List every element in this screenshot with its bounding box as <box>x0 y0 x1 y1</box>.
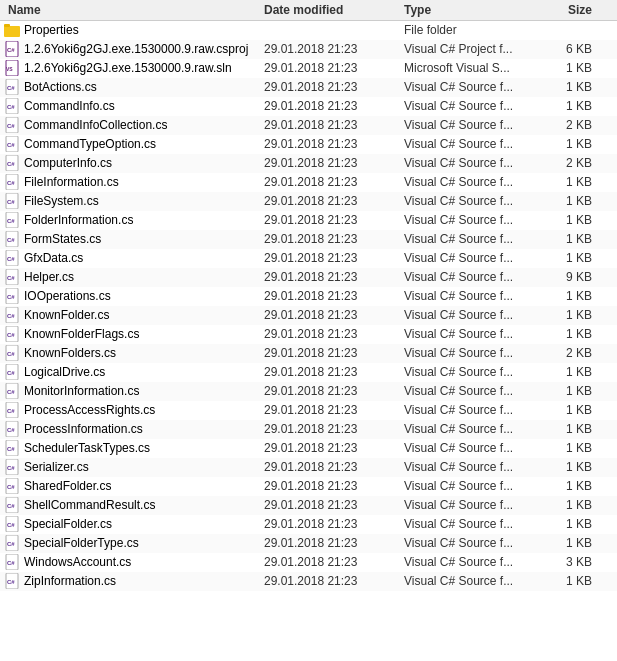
file-name-cell: C# GfxData.cs <box>0 250 260 266</box>
file-name-text: GfxData.cs <box>24 251 83 265</box>
table-row[interactable]: C# CommandInfoCollection.cs 29.01.2018 2… <box>0 116 617 135</box>
file-size-cell: 1 KB <box>540 536 600 550</box>
table-row[interactable]: Properties File folder <box>0 21 617 40</box>
file-name-text: SharedFolder.cs <box>24 479 111 493</box>
file-date-cell: 29.01.2018 21:23 <box>260 308 400 322</box>
table-row[interactable]: C# ShellCommandResult.cs 29.01.2018 21:2… <box>0 496 617 515</box>
file-name-text: ProcessInformation.cs <box>24 422 143 436</box>
file-date-cell: 29.01.2018 21:23 <box>260 118 400 132</box>
table-row[interactable]: C# CommandTypeOption.cs 29.01.2018 21:23… <box>0 135 617 154</box>
table-row[interactable]: C# KnownFolderFlags.cs 29.01.2018 21:23 … <box>0 325 617 344</box>
table-row[interactable]: C# WindowsAccount.cs 29.01.2018 21:23 Vi… <box>0 553 617 572</box>
svg-text:C#: C# <box>7 275 15 281</box>
table-row[interactable]: C# FileInformation.cs 29.01.2018 21:23 V… <box>0 173 617 192</box>
file-date-cell: 29.01.2018 21:23 <box>260 137 400 151</box>
table-row[interactable]: C# Helper.cs 29.01.2018 21:23 Visual C# … <box>0 268 617 287</box>
table-row[interactable]: C# SpecialFolderType.cs 29.01.2018 21:23… <box>0 534 617 553</box>
file-type-cell: Visual C# Source f... <box>400 156 540 170</box>
header-type[interactable]: Type <box>400 3 540 17</box>
file-date-cell: 29.01.2018 21:23 <box>260 42 400 56</box>
table-row[interactable]: C# SpecialFolder.cs 29.01.2018 21:23 Vis… <box>0 515 617 534</box>
file-type-cell: Visual C# Source f... <box>400 346 540 360</box>
cs-file-icon: C# <box>4 98 20 114</box>
table-row[interactable]: C# CommandInfo.cs 29.01.2018 21:23 Visua… <box>0 97 617 116</box>
file-date-cell: 29.01.2018 21:23 <box>260 555 400 569</box>
file-type-cell: Visual C# Source f... <box>400 308 540 322</box>
file-type-cell: Visual C# Source f... <box>400 403 540 417</box>
file-name-cell: C# CommandInfoCollection.cs <box>0 117 260 133</box>
header-size[interactable]: Size <box>540 3 600 17</box>
file-type-cell: Visual C# Source f... <box>400 251 540 265</box>
file-name-cell: C# ProcessInformation.cs <box>0 421 260 437</box>
svg-text:C#: C# <box>7 503 15 509</box>
file-name-cell: C# ComputerInfo.cs <box>0 155 260 171</box>
file-name-cell: C# ProcessAccessRights.cs <box>0 402 260 418</box>
file-name-cell: C# ZipInformation.cs <box>0 573 260 589</box>
file-size-cell: 1 KB <box>540 99 600 113</box>
file-name-text: BotActions.cs <box>24 80 97 94</box>
table-row[interactable]: C# BotActions.cs 29.01.2018 21:23 Visual… <box>0 78 617 97</box>
table-row[interactable]: C# IOOperations.cs 29.01.2018 21:23 Visu… <box>0 287 617 306</box>
file-size-cell: 9 KB <box>540 270 600 284</box>
table-row[interactable]: C# GfxData.cs 29.01.2018 21:23 Visual C#… <box>0 249 617 268</box>
cs-file-icon: C# <box>4 288 20 304</box>
table-row[interactable]: VS 1.2.6Yoki6g2GJ.exe.1530000.9.raw.sln … <box>0 59 617 78</box>
file-size-cell: 1 KB <box>540 574 600 588</box>
header-date[interactable]: Date modified <box>260 3 400 17</box>
table-row[interactable]: C# MonitorInformation.cs 29.01.2018 21:2… <box>0 382 617 401</box>
table-row[interactable]: C# FormStates.cs 29.01.2018 21:23 Visual… <box>0 230 617 249</box>
file-size-cell: 1 KB <box>540 232 600 246</box>
cs-file-icon: C# <box>4 478 20 494</box>
file-name-text: MonitorInformation.cs <box>24 384 139 398</box>
file-date-cell: 29.01.2018 21:23 <box>260 498 400 512</box>
svg-text:C#: C# <box>7 142 15 148</box>
table-row[interactable]: C# Serializer.cs 29.01.2018 21:23 Visual… <box>0 458 617 477</box>
file-size-cell: 1 KB <box>540 498 600 512</box>
table-row[interactable]: C# LogicalDrive.cs 29.01.2018 21:23 Visu… <box>0 363 617 382</box>
file-size-cell: 1 KB <box>540 61 600 75</box>
table-row[interactable]: C# KnownFolder.cs 29.01.2018 21:23 Visua… <box>0 306 617 325</box>
file-type-cell: Visual C# Source f... <box>400 175 540 189</box>
file-type-cell: Visual C# Source f... <box>400 213 540 227</box>
svg-text:C#: C# <box>7 294 15 300</box>
file-name-text: ComputerInfo.cs <box>24 156 112 170</box>
table-row[interactable]: C# 1.2.6Yoki6g2GJ.exe.1530000.9.raw.cspr… <box>0 40 617 59</box>
file-size-cell: 1 KB <box>540 80 600 94</box>
cs-file-icon: C# <box>4 136 20 152</box>
table-row[interactable]: C# ProcessInformation.cs 29.01.2018 21:2… <box>0 420 617 439</box>
file-type-cell: Visual C# Source f... <box>400 194 540 208</box>
cs-file-icon: C# <box>4 307 20 323</box>
column-headers: Name Date modified Type Size <box>0 0 617 21</box>
table-row[interactable]: C# ProcessAccessRights.cs 29.01.2018 21:… <box>0 401 617 420</box>
table-row[interactable]: C# ZipInformation.cs 29.01.2018 21:23 Vi… <box>0 572 617 591</box>
table-row[interactable]: C# SharedFolder.cs 29.01.2018 21:23 Visu… <box>0 477 617 496</box>
file-type-cell: File folder <box>400 23 540 37</box>
file-name-text: CommandTypeOption.cs <box>24 137 156 151</box>
table-row[interactable]: C# SchedulerTaskTypes.cs 29.01.2018 21:2… <box>0 439 617 458</box>
header-name[interactable]: Name <box>0 3 260 17</box>
file-name-cell: C# ShellCommandResult.cs <box>0 497 260 513</box>
file-size-cell: 1 KB <box>540 422 600 436</box>
file-date-cell: 29.01.2018 21:23 <box>260 99 400 113</box>
file-name-text: FileInformation.cs <box>24 175 119 189</box>
table-row[interactable]: C# FileSystem.cs 29.01.2018 21:23 Visual… <box>0 192 617 211</box>
cs-file-icon: C# <box>4 326 20 342</box>
file-name-text: Properties <box>24 23 79 37</box>
file-type-cell: Visual C# Source f... <box>400 365 540 379</box>
table-row[interactable]: C# KnownFolders.cs 29.01.2018 21:23 Visu… <box>0 344 617 363</box>
file-type-cell: Visual C# Source f... <box>400 99 540 113</box>
file-name-text: FolderInformation.cs <box>24 213 133 227</box>
file-type-cell: Visual C# Source f... <box>400 384 540 398</box>
svg-text:C#: C# <box>7 560 15 566</box>
file-date-cell: 29.01.2018 21:23 <box>260 403 400 417</box>
file-date-cell: 29.01.2018 21:23 <box>260 422 400 436</box>
file-name-text: KnownFolder.cs <box>24 308 109 322</box>
file-name-cell: C# LogicalDrive.cs <box>0 364 260 380</box>
table-row[interactable]: C# FolderInformation.cs 29.01.2018 21:23… <box>0 211 617 230</box>
svg-text:C#: C# <box>7 180 15 186</box>
table-row[interactable]: C# ComputerInfo.cs 29.01.2018 21:23 Visu… <box>0 154 617 173</box>
file-name-cell: C# KnownFolderFlags.cs <box>0 326 260 342</box>
file-name-cell: C# KnownFolders.cs <box>0 345 260 361</box>
sln-icon: VS <box>4 60 20 76</box>
file-name-cell: Properties <box>0 22 260 38</box>
